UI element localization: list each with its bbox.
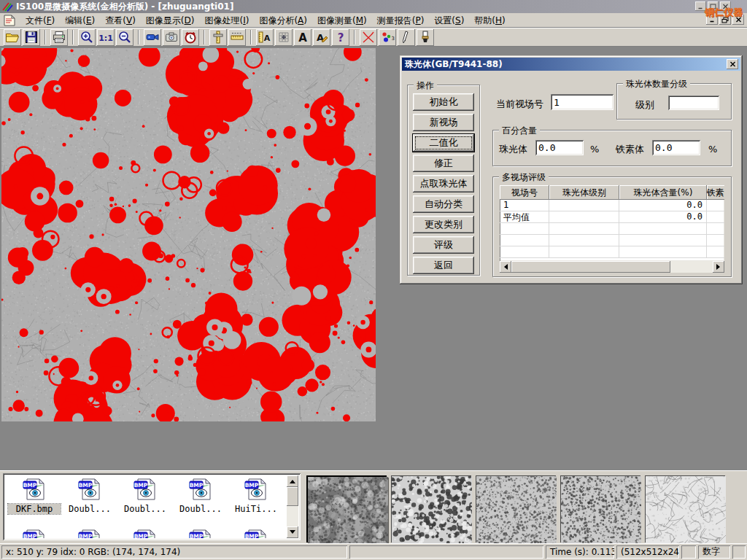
table-cell (619, 223, 707, 234)
file-item[interactable]: BMPDoubl... (174, 477, 227, 514)
file-item[interactable]: BMPDoubl... (63, 477, 116, 514)
table-row[interactable]: 10.0 (500, 200, 724, 211)
pearlite-input[interactable] (535, 140, 584, 155)
grid-icon[interactable] (275, 29, 293, 46)
table-row[interactable] (500, 223, 724, 235)
current-field-input[interactable] (551, 94, 614, 110)
table-header-cell[interactable]: 珠光体级别 (549, 185, 619, 200)
sample-thumbnail-5[interactable] (645, 475, 725, 542)
menu-item-4[interactable]: 图像显示(D) (141, 14, 200, 27)
child-close-button[interactable] (732, 15, 744, 25)
file-list-scrollbar[interactable] (287, 475, 298, 538)
table-header-cell[interactable]: 铁素体含量(%) (707, 185, 724, 200)
curve-tool-icon[interactable] (360, 29, 377, 46)
sample-thumbnail-1[interactable] (306, 475, 387, 542)
sample-thumbnail-2[interactable] (391, 475, 471, 542)
op-button-6[interactable]: 自动分类 (413, 195, 474, 213)
scroll-down-icon[interactable] (287, 526, 298, 538)
file-name[interactable]: HuiTi... (230, 504, 282, 514)
file-item[interactable]: BMP (230, 528, 282, 538)
op-button-8[interactable]: 评级 (413, 236, 474, 254)
dialog-title-bar[interactable]: 珠光体(GB/T9441-88) (402, 58, 740, 71)
ruler-icon[interactable] (228, 29, 246, 46)
sample-thumbnail-3[interactable] (476, 475, 556, 542)
table-cell (549, 246, 619, 257)
file-item[interactable]: BMPDoubl... (119, 477, 171, 514)
text-label-icon[interactable]: A (294, 29, 311, 46)
save-file-icon[interactable] (23, 29, 40, 46)
op-button-3[interactable]: 二值化 (413, 134, 474, 152)
menu-item-6[interactable]: 图像分析(A) (254, 14, 312, 27)
file-item[interactable]: BMPHuiTi... (230, 477, 282, 514)
time-status: Time (s): 0.113 (546, 545, 614, 559)
multifield-table[interactable]: 视场号珠光体级别珠光体含量(%)铁素体含量(%) 10.0平均值0.0 (500, 185, 724, 261)
bmp-file-icon: BMP (174, 528, 227, 538)
table-header-cell[interactable]: 珠光体含量(%) (619, 185, 707, 200)
scrollbar-thumb[interactable] (511, 261, 670, 273)
open-file-icon[interactable] (4, 29, 21, 46)
child-restore-button[interactable] (719, 15, 731, 25)
op-button-7[interactable]: 更改类别 (413, 216, 474, 233)
op-button-9[interactable]: 返回 (413, 257, 474, 274)
menu-item-7[interactable]: 图像测量(M) (312, 14, 372, 27)
timer-icon[interactable] (182, 29, 199, 46)
bottom-panel: BMPDKF.bmpBMPDoubl...BMPDoubl...BMPDoubl… (0, 470, 747, 543)
table-row[interactable] (500, 246, 724, 258)
menu-item-3[interactable]: 查看(V) (100, 14, 141, 27)
scroll-left-icon[interactable] (500, 261, 511, 273)
table-cell: 1 (500, 200, 549, 211)
toolbar-separator (354, 30, 355, 44)
scroll-up-icon[interactable] (287, 475, 298, 487)
menu-item-9[interactable]: 设置(S) (429, 14, 469, 27)
op-button-5[interactable]: 点取珠光体 (413, 175, 474, 192)
particle-classify-icon[interactable]: 3 (379, 29, 396, 46)
file-item[interactable]: BMP (63, 528, 116, 538)
grade-input[interactable] (668, 96, 719, 110)
video-camera-icon[interactable] (144, 29, 161, 46)
menu-item-1[interactable]: 文件(F) (20, 14, 60, 27)
file-item[interactable]: BMPDKF.bmp (8, 477, 61, 514)
sample-thumbnail-4[interactable] (560, 475, 640, 542)
file-name[interactable]: Doubl... (119, 504, 171, 514)
window-close-button[interactable] (720, 1, 731, 11)
svg-text:BMP: BMP (134, 482, 148, 489)
bmp-file-icon: BMP (230, 528, 282, 538)
menu-item-8[interactable]: 测量报告(P) (372, 14, 430, 27)
pen-tool-icon[interactable] (398, 29, 415, 46)
table-horizontal-scrollbar[interactable] (500, 261, 724, 273)
caliper-icon[interactable] (209, 29, 227, 46)
measure-text-icon[interactable]: A (256, 29, 274, 46)
metallographic-image-binarized[interactable] (1, 48, 376, 421)
op-button-1[interactable]: 初始化 (413, 93, 474, 111)
print-icon[interactable] (50, 29, 68, 46)
op-button-2[interactable]: 新视场 (413, 114, 474, 131)
actual-size-icon[interactable]: 1:1 (97, 29, 115, 46)
brush-tool-icon[interactable] (417, 29, 434, 46)
zoom-in-icon[interactable] (78, 29, 96, 46)
annotate-icon[interactable]: A (313, 29, 330, 46)
file-item[interactable]: BMP (174, 528, 227, 538)
ferrite-input[interactable] (652, 140, 700, 155)
file-item[interactable]: BMP (8, 528, 61, 538)
child-minimize-button[interactable] (706, 15, 718, 25)
table-row[interactable]: 平均值0.0 (500, 211, 724, 223)
dialog-close-icon[interactable] (727, 59, 738, 69)
toolbar-separator (250, 30, 252, 44)
file-name[interactable]: Doubl... (63, 504, 116, 514)
window-minimize-button[interactable] (695, 1, 706, 11)
menu-item-2[interactable]: 编辑(E) (60, 14, 100, 27)
help-icon[interactable]: ? (332, 29, 349, 46)
scrollbar-thumb[interactable] (287, 487, 298, 506)
file-item[interactable]: BMP (119, 528, 171, 538)
menu-item-5[interactable]: 图像处理(I) (199, 14, 254, 27)
op-button-4[interactable]: 修正 (413, 155, 474, 172)
zoom-out-icon[interactable] (116, 29, 133, 46)
menu-item-10[interactable]: 帮助(H) (469, 14, 510, 27)
file-name[interactable]: DKF.bmp (8, 504, 61, 514)
file-name[interactable]: Doubl... (174, 504, 227, 514)
table-row[interactable] (500, 235, 724, 246)
window-maximize-button[interactable] (708, 1, 719, 11)
photo-camera-icon[interactable] (163, 29, 180, 46)
table-header-cell[interactable]: 视场号 (500, 185, 549, 200)
scroll-right-icon[interactable] (713, 261, 724, 273)
